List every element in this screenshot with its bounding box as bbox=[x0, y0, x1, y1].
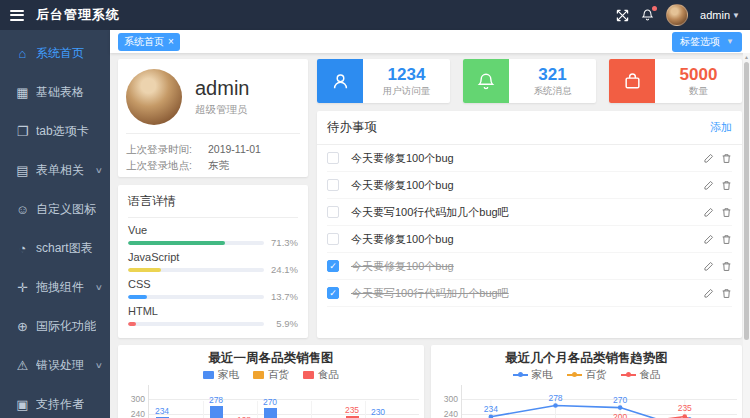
scrollbar-up-arrow[interactable]: ▲ bbox=[743, 53, 750, 61]
todo-checkbox[interactable] bbox=[327, 152, 339, 164]
todo-add-link[interactable]: 添加 bbox=[710, 120, 732, 135]
delete-icon[interactable] bbox=[721, 180, 732, 191]
sidebar-item-icon: ⊕ bbox=[14, 319, 31, 334]
sidebar-item[interactable]: ☺ 自定义图标 ∨ bbox=[0, 190, 110, 229]
stats-row: 1234 用户访问量 bbox=[317, 59, 742, 103]
tags-bar: 系统首页 × 标签选项 ▼ bbox=[110, 30, 750, 53]
progress-fill bbox=[128, 295, 147, 299]
svg-text:278: 278 bbox=[548, 393, 562, 403]
sidebar-item[interactable]: ✛ 拖拽组件 ∨ bbox=[0, 268, 110, 307]
user-menu[interactable]: admin ▼ bbox=[700, 9, 740, 21]
sidebar-item-label: schart图表 bbox=[36, 240, 93, 257]
tag-options-button[interactable]: 标签选项 ▼ bbox=[672, 32, 742, 52]
edit-icon[interactable] bbox=[703, 288, 714, 299]
legend-item: 百货 bbox=[567, 368, 607, 382]
fullscreen-icon[interactable] bbox=[616, 9, 629, 22]
last-login-place-value: 东莞 bbox=[208, 157, 229, 173]
todo-item[interactable]: ✓ 今天要写100行代码加几个bug吧 bbox=[327, 280, 732, 307]
progress-bar bbox=[128, 295, 264, 299]
todo-checkbox[interactable] bbox=[327, 206, 339, 218]
edit-icon[interactable] bbox=[703, 180, 714, 191]
stat-value: 1234 bbox=[388, 65, 426, 84]
sidebar-item[interactable]: ❐ tab选项卡 ∨ bbox=[0, 112, 110, 151]
todo-text: 今天要修复100个bug bbox=[351, 259, 454, 274]
sidebar-item-label: 自定义图标 bbox=[36, 201, 96, 218]
todo-item[interactable]: 今天要修复100个bug bbox=[327, 226, 732, 253]
profile-card: admin 超级管理员 上次登录时间: 2019-11-01 上次登录地点 bbox=[118, 59, 308, 177]
tab-home-tag[interactable]: 系统首页 × bbox=[118, 33, 180, 51]
edit-icon[interactable] bbox=[703, 153, 714, 164]
menu-toggle-icon[interactable] bbox=[10, 7, 26, 23]
legend-item: 家电 bbox=[203, 368, 239, 382]
delete-icon[interactable] bbox=[721, 153, 732, 164]
sidebar-item-label: 支持作者 bbox=[36, 396, 84, 413]
sidebar-item-icon: ▦ bbox=[14, 85, 31, 100]
bar bbox=[210, 406, 223, 418]
chevron-down-icon: ▼ bbox=[726, 37, 734, 46]
stat-card-quantity[interactable]: 5000 数量 bbox=[609, 59, 742, 103]
stat-value: 321 bbox=[538, 65, 566, 84]
todo-item[interactable]: 今天要写100行代码加几个bug吧 bbox=[327, 199, 732, 226]
svg-text:235: 235 bbox=[678, 403, 692, 413]
sidebar-item-label: 错误处理 bbox=[36, 357, 84, 374]
sidebar-item[interactable]: ▦ 基础表格 ∨ bbox=[0, 73, 110, 112]
line-chart-plot: 601201802403001月2月3月4月5月2342782701902301… bbox=[461, 385, 737, 418]
chart-legend: 家电百货食品 bbox=[431, 367, 742, 382]
progress-bar bbox=[128, 268, 264, 272]
todo-checkbox[interactable] bbox=[327, 233, 339, 245]
username: admin bbox=[700, 9, 730, 21]
delete-icon[interactable] bbox=[721, 234, 732, 245]
stat-label: 数量 bbox=[689, 85, 708, 98]
sidebar-item-icon: ❐ bbox=[14, 124, 31, 139]
bar-chart-card: 最近一周各品类销售图 家电百货食品 60120180240300周一234164… bbox=[118, 345, 424, 418]
delete-icon[interactable] bbox=[721, 261, 732, 272]
delete-icon[interactable] bbox=[721, 207, 732, 218]
edit-icon[interactable] bbox=[703, 234, 714, 245]
scrollbar[interactable]: ▲ bbox=[743, 53, 750, 418]
progress-percent: 24.1% bbox=[270, 264, 298, 275]
sidebar-item[interactable]: ⌂ 系统首页 ∨ bbox=[0, 34, 110, 73]
todo-checkbox[interactable]: ✓ bbox=[327, 260, 339, 272]
todo-item[interactable]: 今天要修复100个bug bbox=[327, 145, 732, 172]
progress-fill bbox=[128, 268, 161, 272]
sidebar-item[interactable]: ⊕ 国际化功能 ∨ bbox=[0, 307, 110, 346]
todo-checkbox[interactable]: ✓ bbox=[327, 287, 339, 299]
stat-card-visits[interactable]: 1234 用户访问量 bbox=[317, 59, 450, 103]
tag-label: 系统首页 bbox=[124, 35, 164, 49]
todo-text: 今天要修复100个bug bbox=[351, 232, 454, 247]
language-name: JavaScript bbox=[128, 251, 298, 264]
edit-icon[interactable] bbox=[703, 261, 714, 272]
line-chart-card: 最近几个月各品类销售趋势图 家电百货食品 601201802403001月2月3… bbox=[431, 345, 742, 418]
language-row: CSS 13.7% bbox=[128, 278, 298, 302]
sidebar-item[interactable]: ▣ 支持作者 ∨ bbox=[0, 385, 110, 418]
todo-text: 今天要修复100个bug bbox=[351, 151, 454, 166]
svg-text:234: 234 bbox=[484, 404, 498, 414]
chevron-down-icon: ∨ bbox=[95, 283, 103, 292]
progress-fill bbox=[128, 322, 136, 326]
close-icon[interactable]: × bbox=[168, 37, 174, 47]
legend-item: 食品 bbox=[621, 368, 661, 382]
sidebar-item-icon: ✛ bbox=[14, 280, 31, 295]
todo-item[interactable]: 今天要修复100个bug bbox=[327, 172, 732, 199]
todo-checkbox[interactable] bbox=[327, 179, 339, 191]
user-avatar[interactable] bbox=[666, 4, 688, 26]
stat-card-messages[interactable]: 321 系统消息 bbox=[463, 59, 596, 103]
language-card-title: 语言详情 bbox=[128, 193, 298, 218]
language-name: HTML bbox=[128, 305, 298, 318]
notification-bell-icon[interactable] bbox=[641, 8, 654, 22]
todo-item[interactable]: ✓ 今天要修复100个bug bbox=[327, 253, 732, 280]
profile-role: 超级管理员 bbox=[195, 103, 249, 117]
sidebar-item-label: 拖拽组件 bbox=[36, 279, 84, 296]
language-row: Vue 71.3% bbox=[128, 224, 298, 248]
bar-chart-plot: 60120180240300周一234164144周二278178198周三27… bbox=[148, 385, 419, 418]
delete-icon[interactable] bbox=[721, 288, 732, 299]
language-name: Vue bbox=[128, 224, 298, 237]
sidebar-item[interactable]: ◔ schart图表 ∨ bbox=[0, 229, 110, 268]
legend-item: 食品 bbox=[303, 368, 339, 382]
edit-icon[interactable] bbox=[703, 207, 714, 218]
last-login-time-value: 2019-11-01 bbox=[208, 141, 261, 157]
svg-text:270: 270 bbox=[613, 395, 627, 405]
scrollbar-thumb[interactable] bbox=[744, 62, 749, 340]
sidebar-item[interactable]: ▤ 表单相关 ∨ bbox=[0, 151, 110, 190]
sidebar-item[interactable]: ⚠ 错误处理 ∨ bbox=[0, 346, 110, 385]
